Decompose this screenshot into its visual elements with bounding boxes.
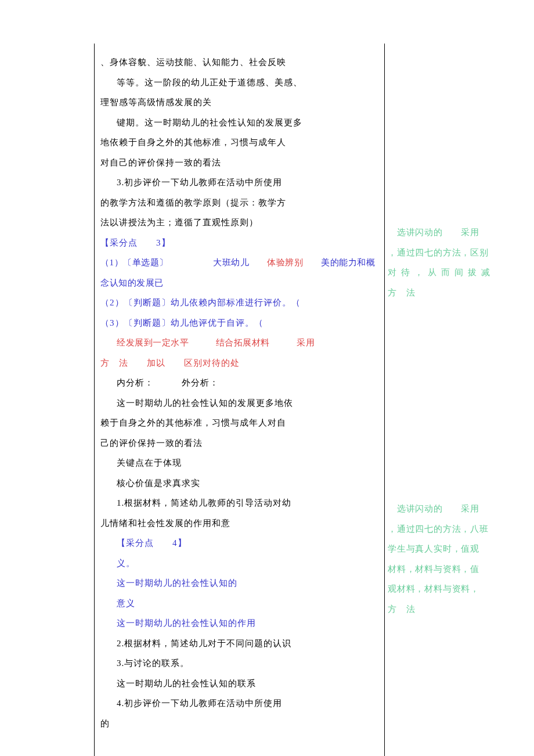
annotation-line: ，通过四七的方法，八班 (388, 520, 502, 541)
left-margin-column (55, 44, 95, 756)
question-row: （3）〔判断题〕幼儿他评优于自评。（ (100, 313, 376, 333)
paragraph: 儿情绪和社会性发展的作用和意 (100, 513, 376, 534)
emphasis: 体验辨别 (267, 258, 303, 267)
question-row: （2）〔判断题〕幼儿依赖内部标准进行评价。（ (100, 293, 376, 313)
section-marker: 【采分点 4】 (100, 533, 376, 553)
paragraph: 等等。这一阶段的幼儿正处于道德感、美感、 (100, 73, 376, 93)
label: （1）〔单选题〕 大班幼儿 (100, 258, 249, 267)
paragraph: 4.初步评价一下幼儿教师在活动中所使用 (100, 693, 376, 714)
annotation-line: ，通过四七的方法，区别 (388, 244, 502, 264)
paragraph: 经发展到一定水平 结合拓展材料 采用 (100, 333, 376, 353)
paragraph: 的教学方法和遵循的教学原则（提示：教学方 (100, 193, 376, 213)
paragraph: 义。 (100, 553, 376, 574)
emphasis: 方 法 加以 (100, 358, 165, 368)
emphasis: 采用 (297, 338, 315, 347)
annotation-line: 选讲闪动的 采用 (388, 224, 502, 244)
paragraph: 、身体容貌、运动技能、认知能力、社会反映 (100, 52, 376, 73)
paragraph: 3.初步评价一下幼儿教师在活动中所使用 (100, 172, 376, 193)
section-marker: 【采分点 3】 (100, 233, 376, 253)
paragraph: 1.根据材料，简述幼儿教师的引导活动对幼 (100, 493, 376, 513)
question-row: （1）〔单选题〕 大班幼儿 体验辨别 美的能力和概念认知的发展已 (100, 253, 376, 293)
paragraph: 法以讲授法为主；遵循了直观性原则） (100, 213, 376, 233)
annotation-line: 选讲闪动的 采用 (388, 500, 502, 520)
paragraph: 键期。这一时期幼儿的社会性认知的发展更多 (100, 113, 376, 133)
paragraph: 的 (100, 714, 376, 734)
paragraph: 2.根据材料，简述幼儿对于不同问题的认识 (100, 633, 376, 654)
paragraph: 3.与讨论的联系。 (100, 653, 376, 674)
paragraph: 己的评价保持一致的看法 (100, 433, 376, 453)
paragraph: 意义 (100, 593, 376, 614)
paragraph: 内分析： 外分析： (100, 373, 376, 393)
annotation-block: 选讲闪动的 采用 ，通过四七的方法，区别 对待，从而间拔减 方 法 (388, 224, 502, 304)
annotation-line: 材料，材料与资料，值 (388, 560, 502, 581)
paragraph: 对自己的评价保持一致的看法 (100, 153, 376, 173)
annotation-column: 选讲闪动的 采用 ，通过四七的方法，区别 对待，从而间拔减 方 法 选讲闪动的 … (385, 44, 505, 756)
annotation-line: 方 法 (388, 284, 502, 304)
paragraph: 这一时期幼儿的社会性认知的作用 (100, 613, 376, 633)
main-content-column: 、身体容貌、运动技能、认知能力、社会反映 等等。这一阶段的幼儿正处于道德感、美感… (95, 44, 385, 756)
annotation-line: 对待，从而间拔减 (388, 264, 502, 284)
paragraph: 这一时期幼儿的社会性认知的发展更多地依 (100, 393, 376, 413)
annotation-line: 学生与真人实时，值观 (388, 540, 502, 560)
paragraph: 这一时期幼儿的社会性认知的 (100, 573, 376, 593)
paragraph: 关键点在于体现 (100, 453, 376, 473)
paragraph: 核心价值是求真求实 (100, 473, 376, 494)
annotation-line: 观材料，材料与资料， (388, 580, 502, 600)
paragraph: 方 法 加以 区别对待的处 (100, 353, 376, 373)
annotation-line: 方 法 (388, 600, 502, 621)
paragraph: 地依赖于自身之外的其他标准，习惯与成年人 (100, 132, 376, 153)
paragraph: 赖于自身之外的其他标准，习惯与成年人对自 (100, 413, 376, 433)
paragraph: 这一时期幼儿的社会性认知的联系 (100, 674, 376, 694)
paragraph: 理智感等高级情感发展的关 (100, 92, 376, 113)
annotation-block: 选讲闪动的 采用 ，通过四七的方法，八班 学生与真人实时，值观 材料，材料与资料… (388, 500, 502, 620)
emphasis: 区别对待的处 (184, 358, 240, 368)
emphasis: 经发展到一定水平 结合拓展材料 (117, 338, 270, 347)
